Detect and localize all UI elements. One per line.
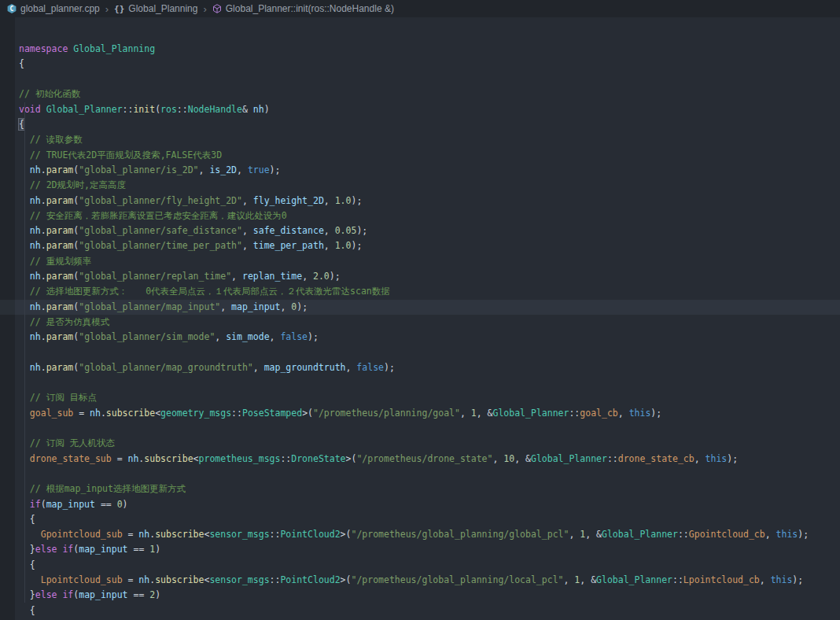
code-line[interactable]: // 安全距离，若膨胀距离设置已考虑安全距离，建议此处设为0: [0, 209, 840, 223]
editor-window: namespace Global_Planning{ // 初始化函数void …: [0, 0, 840, 620]
code-line[interactable]: [0, 345, 840, 360]
code-line[interactable]: // 根据map_input选择地图更新方式: [0, 482, 840, 496]
code-line[interactable]: }else if(map_input == 2): [0, 588, 840, 603]
code-line[interactable]: nh.param("global_planner/time_per_path",…: [0, 238, 840, 253]
code-line[interactable]: // 选择地图更新方式： 0代表全局点云，１代表局部点云，２代表激光雷达scan…: [0, 284, 840, 299]
code-line[interactable]: [0, 467, 840, 482]
code-line[interactable]: // 2D规划时,定高高度: [0, 178, 840, 193]
namespace-icon: {}: [114, 4, 124, 14]
code-line[interactable]: [0, 421, 840, 436]
code-line[interactable]: // 订阅 无人机状态: [0, 436, 840, 451]
indent-guide: [24, 102, 25, 603]
code-line[interactable]: nh.param("global_planner/is_2D", is_2D, …: [0, 163, 840, 178]
breadcrumb-file-label: global_planner.cpp: [20, 3, 100, 14]
breadcrumb-method[interactable]: Global_Planner::init(ros::NodeHandle &): [212, 3, 394, 14]
chevron-right-icon: ›: [202, 4, 207, 14]
code-line[interactable]: // 订阅 目标点: [0, 390, 840, 405]
code-line[interactable]: nh.param("global_planner/replan_time", r…: [0, 269, 840, 284]
breadcrumb-namespace[interactable]: {} Global_Planning: [114, 3, 197, 14]
code-line[interactable]: {: [0, 512, 840, 527]
code-line[interactable]: // 读取参数: [0, 132, 840, 147]
breadcrumb-bar: C global_planner.cpp › {} Global_Plannin…: [0, 0, 840, 17]
code-line[interactable]: namespace Global_Planning: [0, 42, 840, 57]
code-line[interactable]: // 是否为仿真模式: [0, 315, 840, 330]
code-line[interactable]: if(map_input == 0): [0, 497, 840, 512]
code-line[interactable]: goal_sub = nh.subscribe<geometry_msgs::P…: [0, 406, 840, 421]
breadcrumb-namespace-label: Global_Planning: [128, 3, 197, 14]
code-line[interactable]: nh.param("global_planner/sim_mode", sim_…: [0, 330, 840, 345]
code-line[interactable]: {: [0, 558, 840, 573]
code-line[interactable]: {: [0, 57, 840, 72]
code-line[interactable]: Lpointcloud_sub = nh.subscribe<sensor_ms…: [0, 573, 840, 588]
breadcrumb-method-label: Global_Planner::init(ros::NodeHandle &): [226, 3, 394, 14]
code-line[interactable]: {: [0, 117, 840, 132]
cpp-file-icon: C: [7, 4, 17, 13]
code-line[interactable]: nh.param("global_planner/fly_height_2D",…: [0, 194, 840, 209]
code-line[interactable]: nh.param("global_planner/safe_distance",…: [0, 223, 840, 238]
code-line[interactable]: // TRUE代表2D平面规划及搜索,FALSE代表3D: [0, 148, 840, 163]
code-line[interactable]: // 初始化函数: [0, 87, 840, 101]
code-lines: namespace Global_Planning{ // 初始化函数void …: [0, 42, 840, 620]
code-line[interactable]: nh.param("global_planner/map_input", map…: [0, 300, 840, 315]
code-editor[interactable]: namespace Global_Planning{ // 初始化函数void …: [0, 11, 840, 620]
method-icon: [212, 4, 222, 13]
code-line[interactable]: }else if(map_input == 1): [0, 542, 840, 557]
code-line[interactable]: Gpointcloud_sub = nh.subscribe<sensor_ms…: [0, 527, 840, 542]
code-line[interactable]: void Global_Planner::init(ros::NodeHandl…: [0, 102, 840, 117]
code-line[interactable]: // 重规划频率: [0, 254, 840, 269]
code-line[interactable]: drone_state_sub = nh.subscribe<prometheu…: [0, 452, 840, 467]
chevron-right-icon: ›: [105, 4, 109, 14]
code-line[interactable]: [0, 72, 840, 87]
code-line[interactable]: [0, 375, 840, 390]
code-line[interactable]: {: [0, 603, 840, 618]
breadcrumb-file[interactable]: C global_planner.cpp: [7, 3, 100, 14]
code-line[interactable]: nh.param("global_planner/map_groundtruth…: [0, 360, 840, 375]
